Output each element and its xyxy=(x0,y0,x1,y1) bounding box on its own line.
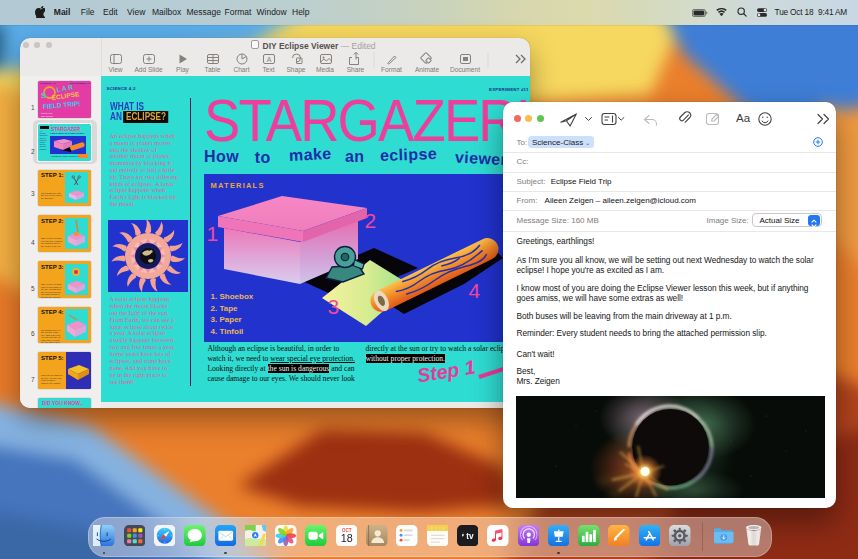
svg-text:S: S xyxy=(41,91,47,100)
svg-text:FIELD TRIP!: FIELD TRIP! xyxy=(42,100,80,110)
svg-text:A: A xyxy=(266,56,271,63)
svg-text:tv: tv xyxy=(466,531,474,541)
svg-text:18: 18 xyxy=(340,532,352,544)
